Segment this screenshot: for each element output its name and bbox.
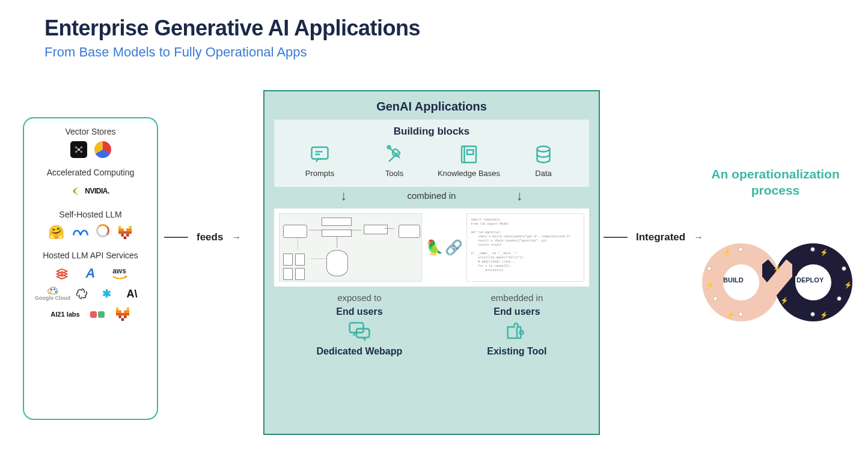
svg-point-20 xyxy=(49,291,51,293)
svg-line-7 xyxy=(76,150,79,152)
block-knowledge-bases: Knowledge Bases xyxy=(436,144,502,178)
page-title: Enterprise Generative AI Applications xyxy=(44,16,420,41)
exposure-row: exposed to End users Dedicated Webapp em… xyxy=(274,293,589,357)
svg-point-19 xyxy=(55,291,57,293)
ai21-icon: AI21 labs xyxy=(50,306,81,323)
prompts-label: Prompts xyxy=(305,169,334,178)
data-label: Data xyxy=(535,169,551,178)
arrow-down-icon: ↓ xyxy=(516,188,523,204)
svg-rect-29 xyxy=(312,147,328,159)
embedded-in-col: embedded in End users Existing Tool xyxy=(487,293,546,357)
knowledge-bases-label: Knowledge Bases xyxy=(438,169,500,178)
svg-point-39 xyxy=(519,330,523,334)
building-blocks-panel: Building blocks Prompts Tools Knowledge … xyxy=(274,120,589,187)
chat-icon xyxy=(347,321,371,342)
aws-icon: aws xyxy=(111,265,128,282)
hosted-llm-api-heading: Hosted LLM API Services xyxy=(30,251,151,260)
svg-rect-13 xyxy=(118,231,132,234)
accelerated-computing-heading: Accelerated Computing xyxy=(30,168,151,177)
vector-stores-heading: Vector Stores xyxy=(30,127,151,136)
arrow-down-icon: ↓ xyxy=(340,188,347,204)
operationalization-title: An operationalization process xyxy=(700,166,851,199)
nvidia-logo: NVIDIA. xyxy=(70,182,112,200)
exposed-to-col: exposed to End users Dedicated Webapp xyxy=(316,293,402,357)
dedicated-webapp-label: Dedicated Webapp xyxy=(316,346,402,357)
blobs-icon xyxy=(89,306,106,323)
svg-rect-10 xyxy=(129,226,131,228)
prompts-icon xyxy=(309,144,331,165)
svg-point-36 xyxy=(537,147,550,152)
huggingface-icon: 🤗 xyxy=(48,224,65,241)
pipeline-diagram-mock xyxy=(279,213,422,282)
page-subtitle: From Base Models to Fully Operational Ap… xyxy=(44,44,307,60)
svg-rect-25 xyxy=(116,313,129,315)
code-editor-mock: import langchain from llm import Model d… xyxy=(466,213,584,282)
tools-icon xyxy=(384,144,405,165)
svg-rect-9 xyxy=(118,226,121,228)
integrated-connector: Integrated → xyxy=(604,231,703,243)
svg-rect-22 xyxy=(126,308,129,310)
meta-icon xyxy=(72,224,89,241)
anthropic-icon: A\ xyxy=(124,285,141,302)
svg-line-8 xyxy=(79,150,82,152)
svg-line-6 xyxy=(79,147,82,150)
openai-icon xyxy=(73,285,90,302)
deploy-label: DEPLOY xyxy=(795,276,825,284)
knowledge-bases-icon xyxy=(458,144,480,165)
snowflake-icon: ✱ xyxy=(99,285,115,302)
accelerated-computing-section: Accelerated Computing NVIDIA. xyxy=(30,168,151,204)
infra-sources-panel: Vector Stores Accelerated Computing NVID… xyxy=(23,117,158,420)
end-users-right-label: End users xyxy=(494,306,540,317)
building-blocks-title: Building blocks xyxy=(283,126,581,138)
pipeline-illustration: 🦜🔗 import langchain from llm import Mode… xyxy=(274,208,589,287)
build-deploy-loop: ⚡ ⚡ ⚡ ⚡ ⚡ ⚡ ⚡ ⚡ BUILD DEPLOY xyxy=(702,240,852,324)
svg-rect-26 xyxy=(118,315,121,318)
existing-tool-label: Existing Tool xyxy=(487,346,546,357)
azure-icon: A xyxy=(82,265,99,282)
block-tools: Tools xyxy=(361,144,427,178)
svg-rect-12 xyxy=(126,228,132,231)
chroma-icon xyxy=(94,141,111,158)
mistral-icon-2 xyxy=(114,306,131,323)
hosted-llm-api-section: Hosted LLM API Services A aws Google Clo… xyxy=(30,251,151,326)
genai-applications-panel: GenAI Applications Building blocks Promp… xyxy=(263,90,600,435)
combined-in-label: combined in xyxy=(408,190,456,204)
svg-rect-15 xyxy=(126,234,129,236)
gcloud-icon: Google Cloud xyxy=(41,285,65,302)
svg-rect-24 xyxy=(124,310,129,312)
block-prompts: Prompts xyxy=(287,144,353,178)
svg-line-5 xyxy=(76,147,79,150)
svg-point-18 xyxy=(53,288,55,290)
feeds-connector: feeds → xyxy=(164,231,241,243)
feeds-label: feeds xyxy=(197,231,223,243)
vector-stores-section: Vector Stores xyxy=(30,127,151,162)
svg-rect-14 xyxy=(121,234,123,236)
embedded-in-label: embedded in xyxy=(491,293,543,303)
svg-rect-27 xyxy=(124,315,126,318)
block-data: Data xyxy=(510,144,576,178)
svg-rect-16 xyxy=(123,237,126,239)
self-hosted-llm-section: Self-Hosted LLM 🤗 xyxy=(30,210,151,245)
svg-rect-23 xyxy=(116,310,121,312)
svg-point-17 xyxy=(50,289,52,291)
databricks-icon xyxy=(53,265,70,282)
svg-rect-21 xyxy=(116,308,118,310)
build-label: BUILD xyxy=(723,276,744,284)
exposed-to-label: exposed to xyxy=(337,293,381,303)
mistral-icon xyxy=(117,224,133,241)
svg-rect-35 xyxy=(467,150,474,155)
combined-arrows: ↓ combined in ↓ xyxy=(274,188,589,204)
self-hosted-llm-heading: Self-Hosted LLM xyxy=(30,210,151,219)
svg-rect-28 xyxy=(121,318,123,321)
langchain-icon: 🦜🔗 xyxy=(426,239,463,256)
tools-label: Tools xyxy=(385,169,403,178)
pinecone-icon xyxy=(70,141,87,158)
puzzle-icon xyxy=(505,321,529,342)
ring-icon xyxy=(96,224,109,237)
end-users-left-label: End users xyxy=(336,306,382,317)
svg-rect-11 xyxy=(118,228,124,231)
genai-apps-title: GenAI Applications xyxy=(274,100,589,114)
data-icon xyxy=(533,144,554,165)
integrated-label: Integrated xyxy=(636,231,685,243)
